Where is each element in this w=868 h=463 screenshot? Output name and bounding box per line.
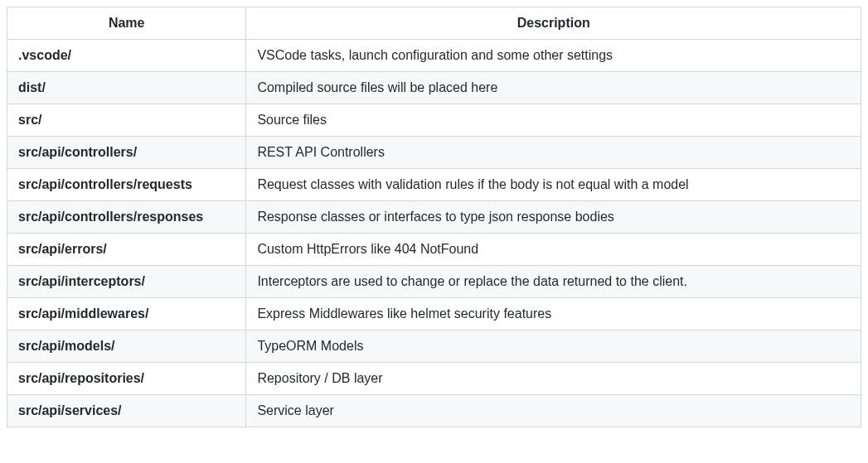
cell-description: TypeORM Models bbox=[246, 330, 861, 363]
cell-name: src/api/interceptors/ bbox=[7, 266, 246, 298]
cell-name: src/ bbox=[7, 104, 246, 137]
project-structure-table: Name Description .vscode/ VSCode tasks, … bbox=[7, 7, 861, 427]
cell-description: Response classes or interfaces to type j… bbox=[246, 201, 861, 234]
cell-name: src/api/controllers/responses bbox=[7, 201, 246, 234]
table-row: src/api/controllers/ REST API Controller… bbox=[7, 137, 861, 169]
cell-name: src/api/repositories/ bbox=[7, 363, 246, 395]
table-row: src/api/services/ Service layer bbox=[7, 395, 861, 427]
cell-description: Repository / DB layer bbox=[246, 363, 861, 395]
cell-description: Express Middlewares like helmet security… bbox=[246, 298, 861, 330]
cell-description: Compiled source files will be placed her… bbox=[246, 72, 861, 104]
table-row: src/api/controllers/requests Request cla… bbox=[7, 169, 861, 201]
column-header-name: Name bbox=[7, 7, 246, 40]
column-header-description: Description bbox=[246, 7, 861, 40]
cell-name: src/api/errors/ bbox=[7, 234, 246, 266]
table-row: src/api/middlewares/ Express Middlewares… bbox=[7, 298, 861, 330]
table-row: src/ Source files bbox=[7, 104, 861, 137]
cell-description: VSCode tasks, launch configuration and s… bbox=[246, 40, 861, 72]
table-row: dist/ Compiled source files will be plac… bbox=[7, 72, 861, 104]
table-header-row: Name Description bbox=[7, 7, 861, 40]
cell-description: Service layer bbox=[246, 395, 861, 427]
table-row: src/api/repositories/ Repository / DB la… bbox=[7, 363, 861, 395]
cell-name: .vscode/ bbox=[7, 40, 246, 72]
cell-name: src/api/models/ bbox=[7, 330, 246, 363]
table-row: .vscode/ VSCode tasks, launch configurat… bbox=[7, 40, 861, 72]
cell-name: src/api/services/ bbox=[7, 395, 246, 427]
cell-name: src/api/controllers/ bbox=[7, 137, 246, 169]
cell-name: dist/ bbox=[7, 72, 246, 104]
table-row: src/api/models/ TypeORM Models bbox=[7, 330, 861, 363]
cell-name: src/api/controllers/requests bbox=[7, 169, 246, 201]
table-row: src/api/controllers/responses Response c… bbox=[7, 201, 861, 234]
cell-name: src/api/middlewares/ bbox=[7, 298, 246, 330]
cell-description: Custom HttpErrors like 404 NotFound bbox=[246, 234, 861, 266]
table-row: src/api/errors/ Custom HttpErrors like 4… bbox=[7, 234, 861, 266]
table-row: src/api/interceptors/ Interceptors are u… bbox=[7, 266, 861, 298]
cell-description: Source files bbox=[246, 104, 861, 137]
cell-description: REST API Controllers bbox=[246, 137, 861, 169]
cell-description: Interceptors are used to change or repla… bbox=[246, 266, 861, 298]
cell-description: Request classes with validation rules if… bbox=[246, 169, 861, 201]
